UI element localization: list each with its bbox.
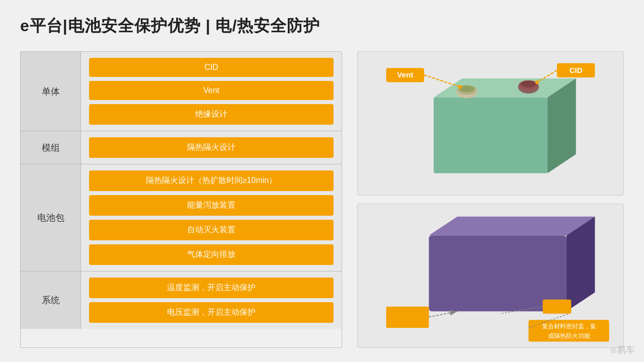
- table-row-module: 模组 隔热隔火设计: [21, 131, 342, 164]
- svg-rect-25: [386, 307, 429, 328]
- svg-marker-23: [429, 217, 595, 236]
- btn-vent[interactable]: Vent: [89, 81, 334, 100]
- btn-gas-vent[interactable]: 气体定向排放: [89, 244, 334, 265]
- table-row-single: 单体 CID Vent 绝缘设计: [21, 52, 342, 131]
- btn-thermal-pack[interactable]: 隔热隔火设计（热扩散时间≥10min）: [89, 170, 334, 191]
- btn-fire-suppress[interactable]: 自动灭火装置: [89, 220, 334, 240]
- items-single: CID Vent 绝缘设计: [81, 52, 342, 131]
- label-single: 单体: [21, 52, 81, 131]
- battery-cell-svg: Vent CID: [358, 52, 623, 195]
- items-module: 隔热隔火设计: [81, 131, 342, 164]
- battery-cell-diagram: Vent CID: [357, 51, 624, 196]
- items-pack: 隔热隔火设计（热扩散时间≥10min） 能量泻放装置 自动灭火装置 气体定向排放: [81, 164, 342, 271]
- main-content: 单体 CID Vent 绝缘设计 模组 隔热隔火设计 电池包 隔热隔火设计（热扩…: [20, 51, 624, 348]
- watermark-text: ⊙易车: [610, 344, 635, 356]
- svg-point-16: [458, 85, 462, 89]
- btn-cid[interactable]: CID: [89, 58, 334, 77]
- table-row-system: 系统 温度监测，开启主动保护 电压监测，开启主动保护: [21, 272, 342, 329]
- items-system: 温度监测，开启主动保护 电压监测，开启主动保护: [81, 272, 342, 329]
- battery-pack-diagram: 复合材料密封盖，集 成隔热防火功能: [357, 204, 624, 348]
- svg-rect-4: [434, 98, 547, 173]
- battery-pack-svg: 复合材料密封盖，集 成隔热防火功能: [358, 204, 623, 347]
- watermark: ⊙易车: [610, 344, 635, 356]
- svg-point-20: [535, 80, 539, 84]
- btn-insulation[interactable]: 绝缘设计: [89, 104, 334, 125]
- label-pack: 电池包: [21, 164, 81, 271]
- svg-text:CID: CID: [570, 66, 583, 74]
- label-module: 模组: [21, 131, 81, 164]
- svg-text:复合材料密封盖，集: 复合材料密封盖，集: [542, 323, 596, 330]
- left-table: 单体 CID Vent 绝缘设计 模组 隔热隔火设计 电池包 隔热隔火设计（热扩…: [20, 51, 342, 348]
- svg-rect-28: [543, 300, 572, 314]
- page-title: e平台|电池安全保护优势 | 电/热安全防护: [20, 15, 624, 37]
- page-container: e平台|电池安全保护优势 | 电/热安全防护 单体 CID Vent 绝缘设计 …: [0, 0, 644, 362]
- svg-point-12: [521, 81, 536, 87]
- right-panels: Vent CID: [357, 51, 624, 348]
- btn-energy-discharge[interactable]: 能量泻放装置: [89, 195, 334, 216]
- label-system: 系统: [21, 272, 81, 329]
- svg-text:Vent: Vent: [397, 70, 413, 79]
- btn-temp-monitor[interactable]: 温度监测，开启主动保护: [89, 278, 334, 298]
- btn-voltage-monitor[interactable]: 电压监测，开启主动保护: [89, 302, 334, 323]
- table-row-pack: 电池包 隔热隔火设计（热扩散时间≥10min） 能量泻放装置 自动灭火装置 气体…: [21, 164, 342, 272]
- svg-text:成隔热防火功能: 成隔热防火功能: [548, 332, 590, 339]
- btn-thermal-module[interactable]: 隔热隔火设计: [89, 137, 334, 158]
